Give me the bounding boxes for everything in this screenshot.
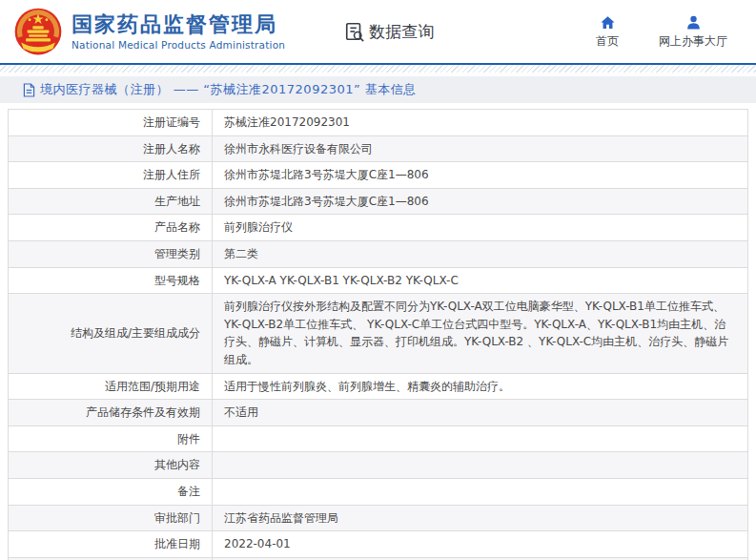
row-label: 附件 <box>9 425 213 452</box>
row-label: 备注 <box>9 478 213 505</box>
table-row: 其他内容 <box>9 452 748 479</box>
table-row: 生产地址 徐州市苏堤北路3号苏堤大厦C座1—806 <box>9 188 748 215</box>
top-nav: 首页 网上办事大厅 <box>596 14 743 50</box>
table-row: 附件 <box>9 425 748 452</box>
table-row: 注册证编号 苏械注准20172092301 <box>9 110 748 136</box>
nav-item-label: 网上办事大厅 <box>659 33 727 50</box>
table-row: 备注 <box>9 478 748 505</box>
row-label: 产品储存条件及有效期 <box>9 400 213 426</box>
nav-item-label: 首页 <box>596 33 619 50</box>
row-value: 2022-04-01 <box>213 531 748 558</box>
row-value: YK-QLX-A YK-QLX-B1 YK-QLX-B2 YK-QLX-C <box>213 267 748 294</box>
page-title: 境内医疗器械（注册） —— “苏械注准20172092301” 基本信息 <box>40 81 417 98</box>
row-label: 结构及组成/主要组成成分 <box>9 294 213 373</box>
row-value: 前列腺治疗仪 <box>213 215 748 241</box>
table-row: 管理类别 第二类 <box>9 240 748 267</box>
row-value: 第二类 <box>213 240 748 267</box>
breadcrumb-bar: 境内医疗器械（注册） —— “苏械注准20172092301” 基本信息 <box>0 76 756 103</box>
row-label: 批准日期 <box>9 531 213 558</box>
data-query-label: 数据查询 <box>369 21 434 43</box>
table-row: 型号规格 YK-QLX-A YK-QLX-B1 YK-QLX-B2 YK-QLX… <box>9 267 748 294</box>
row-label: 生产地址 <box>9 188 213 215</box>
row-value: 前列腺治疗仪按外形结构及配置不同分为YK-QLX-A双工位电脑豪华型、YK-QL… <box>213 294 748 373</box>
table-row: 产品名称 前列腺治疗仪 <box>9 215 748 241</box>
document-icon <box>23 83 35 97</box>
row-label: 注册证编号 <box>9 110 213 136</box>
row-value <box>213 452 748 479</box>
row-label: 型号规格 <box>9 267 213 294</box>
row-label: 其他内容 <box>9 452 213 479</box>
table-row: 适用范围/预期用途 适用于慢性前列腺炎、前列腺增生、精囊炎的辅助治疗。 <box>9 373 748 400</box>
agency-name-en: National Medical Products Administration <box>72 39 285 51</box>
table-row: 结构及组成/主要组成成分 前列腺治疗仪按外形结构及配置不同分为YK-QLX-A双… <box>9 294 748 373</box>
row-value <box>213 478 748 505</box>
row-label: 注册人住所 <box>9 162 213 189</box>
row-value: 徐州市苏堤北路3号苏堤大厦C座1—806 <box>213 188 748 215</box>
hatch-texture-band <box>0 65 756 73</box>
national-emblem-logo <box>13 7 63 56</box>
agency-title-block: 国家药品监督管理局 National Medical Products Admi… <box>72 12 285 50</box>
person-icon <box>685 14 702 31</box>
data-query-icon <box>344 21 365 42</box>
nav-item-home[interactable]: 首页 <box>596 14 619 50</box>
site-header: 国家药品监督管理局 National Medical Products Admi… <box>0 0 756 63</box>
registration-info-table: 注册证编号 苏械注准20172092301 注册人名称 徐州市永科医疗设备有限公… <box>8 109 748 560</box>
row-value: 适用于慢性前列腺炎、前列腺增生、精囊炎的辅助治疗。 <box>213 373 748 400</box>
row-value: 徐州市永科医疗设备有限公司 <box>213 135 748 162</box>
row-label: 审批部门 <box>9 505 213 531</box>
data-query-menu[interactable]: 数据查询 <box>344 21 434 43</box>
table-row: 注册人名称 徐州市永科医疗设备有限公司 <box>9 135 748 162</box>
row-value: 江苏省药品监督管理局 <box>213 505 748 531</box>
row-label: 产品名称 <box>9 215 213 241</box>
home-icon <box>600 14 616 31</box>
row-value: 不适用 <box>213 400 748 426</box>
table-row: 审批部门 江苏省药品监督管理局 <box>9 505 748 531</box>
row-value: 苏械注准20172092301 <box>213 110 748 136</box>
row-label: 管理类别 <box>9 240 213 267</box>
agency-name: 国家药品监督管理局 <box>72 12 285 36</box>
row-label: 注册人名称 <box>9 135 213 162</box>
row-label: 适用范围/预期用途 <box>9 373 213 400</box>
row-value: 徐州市苏堤北路3号苏堤大厦C座1—806 <box>213 162 748 189</box>
row-value <box>213 425 748 452</box>
table-row: 产品储存条件及有效期 不适用 <box>9 400 748 426</box>
table-row: 注册人住所 徐州市苏堤北路3号苏堤大厦C座1—806 <box>9 162 748 189</box>
nav-item-online-hall[interactable]: 网上办事大厅 <box>659 14 727 50</box>
table-row: 批准日期 2022-04-01 <box>9 531 748 558</box>
